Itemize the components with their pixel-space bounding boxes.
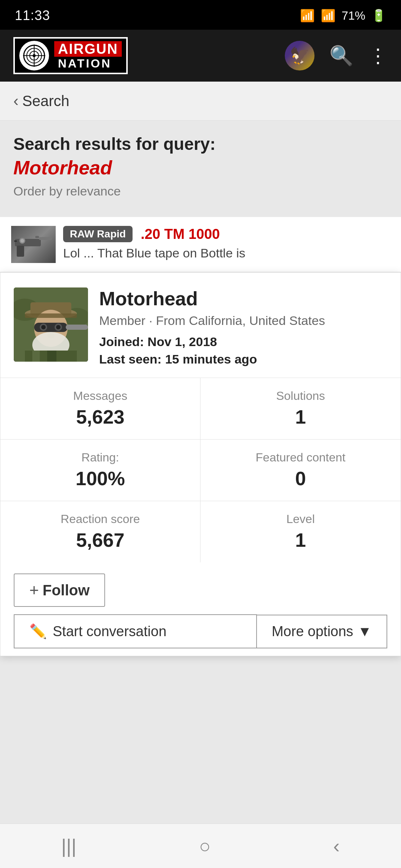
stat-level: Level 1 [200,501,401,562]
logo-nation: NATION [54,57,122,70]
stat-reaction-label: Reaction score [15,512,185,526]
breadcrumb-label: Search [22,93,69,109]
svg-rect-8 [17,246,24,257]
svg-rect-19 [25,313,77,318]
wifi-icon: 📶 [300,9,315,23]
member-name: Motorhead [99,287,387,310]
thumbnail-image [11,226,56,263]
stat-rating-value: 100% [15,467,185,490]
stat-messages-value: 5,623 [15,406,185,428]
stat-messages: Messages 5,623 [0,378,200,440]
order-by-label: Order by relevance [13,184,388,198]
member-info: Motorhead Member · From California, Unit… [99,287,387,366]
pencil-icon: ✏️ [29,623,47,640]
bottom-nav: ||| ○ ‹ [0,823,401,868]
follow-label: Follow [43,582,90,599]
back-button[interactable]: ‹ [13,92,19,110]
home-button[interactable]: ○ [199,835,211,857]
breadcrumb: ‹ Search [0,82,401,121]
svg-point-23 [41,325,46,329]
svg-rect-6 [15,239,41,246]
stats-grid: Messages 5,623 Solutions 1 Rating: 100% … [0,378,401,562]
svg-rect-12 [35,236,39,238]
svg-rect-28 [32,351,40,362]
search-results-title: Search results for query: [13,134,388,154]
avatar-image [14,287,88,362]
stat-featured-value: 0 [215,467,386,490]
stat-reaction-value: 5,667 [15,529,185,551]
battery-label: 71% [342,9,365,23]
last-seen-label: Last seen: [99,352,162,366]
stat-solutions: Solutions 1 [200,378,401,440]
stat-featured-label: Featured content [215,451,386,464]
stat-messages-label: Messages [15,389,185,403]
status-right: 📶 📶 71% 🔋 [300,9,386,23]
recent-apps-button[interactable]: ||| [61,835,76,857]
signal-icon: 📶 [321,9,336,23]
stat-level-value: 1 [215,529,386,551]
start-conv-label: Start conversation [53,624,166,640]
member-role: Member · From California, United States [99,313,387,328]
member-last-seen: Last seen: 15 minutes ago [99,352,387,366]
logo-text: AIRGUN NATION [54,41,122,70]
svg-point-10 [20,239,24,243]
stat-level-label: Level [215,512,386,526]
thread-title: .20 TM 1000 [141,226,220,242]
joined-label: Joined: [99,335,144,349]
logo-airgun: AIRGUN [54,41,122,57]
svg-rect-29 [47,351,56,362]
results-area: RAW Rapid .20 TM 1000 Lol ... That Blue … [0,206,401,656]
svg-rect-7 [39,237,52,240]
plus-icon: + [29,581,39,599]
thread-tag: RAW Rapid [63,226,133,242]
stat-solutions-value: 1 [215,406,386,428]
last-seen-time: 15 minutes ago [165,352,257,366]
back-button-nav[interactable]: ‹ [333,835,340,857]
stat-rating: Rating: 100% [0,440,200,501]
battery-icon: 🔋 [371,9,386,23]
svg-point-24 [56,325,61,329]
thread-excerpt: Lol ... That Blue tape on Bottle is [63,246,390,260]
stat-solutions-label: Solutions [215,389,386,403]
target-icon [23,45,45,67]
search-header: Search results for query: Motorhead Orde… [0,121,401,206]
stat-rating-label: Rating: [15,451,185,464]
logo-icon [19,41,49,70]
status-bar: 11:33 📶 📶 71% 🔋 [0,0,401,30]
nav-actions: 🦅 🔍 ⋮ [285,41,388,70]
stat-featured: Featured content 0 [200,440,401,501]
user-avatar[interactable]: 🦅 [285,41,314,70]
secondary-actions: ✏️ Start conversation More options ▼ [14,614,387,648]
member-avatar [14,287,88,362]
svg-rect-20 [34,323,68,332]
status-time: 11:33 [15,8,50,23]
search-icon[interactable]: 🔍 [329,45,353,67]
member-joined: Joined: Nov 1, 2018 [99,335,387,349]
stat-reaction: Reaction score 5,667 [0,501,200,562]
thread-thumbnail [11,226,56,263]
more-options-icon[interactable]: ⋮ [368,45,388,67]
svg-rect-30 [66,325,88,330]
joined-date: Nov 1, 2018 [147,335,217,349]
svg-rect-11 [14,240,17,242]
logo[interactable]: AIRGUN NATION [13,37,128,74]
nav-bar: AIRGUN NATION 🦅 🔍 ⋮ [0,30,401,82]
more-options-label: More options [272,624,353,640]
follow-button[interactable]: + Follow [14,573,105,607]
action-bar: + Follow ✏️ Start conversation More opti… [0,562,401,656]
thread-content: RAW Rapid .20 TM 1000 Lol ... That Blue … [63,226,390,260]
member-card-top: Motorhead Member · From California, Unit… [0,273,401,378]
more-options-button[interactable]: More options ▼ [257,615,387,648]
member-card: Motorhead Member · From California, Unit… [0,272,401,656]
search-query: Motorhead [13,157,388,179]
thread-snippet[interactable]: RAW Rapid .20 TM 1000 Lol ... That Blue … [0,217,401,272]
dropdown-arrow-icon: ▼ [358,624,372,640]
start-conversation-button[interactable]: ✏️ Start conversation [14,614,257,648]
